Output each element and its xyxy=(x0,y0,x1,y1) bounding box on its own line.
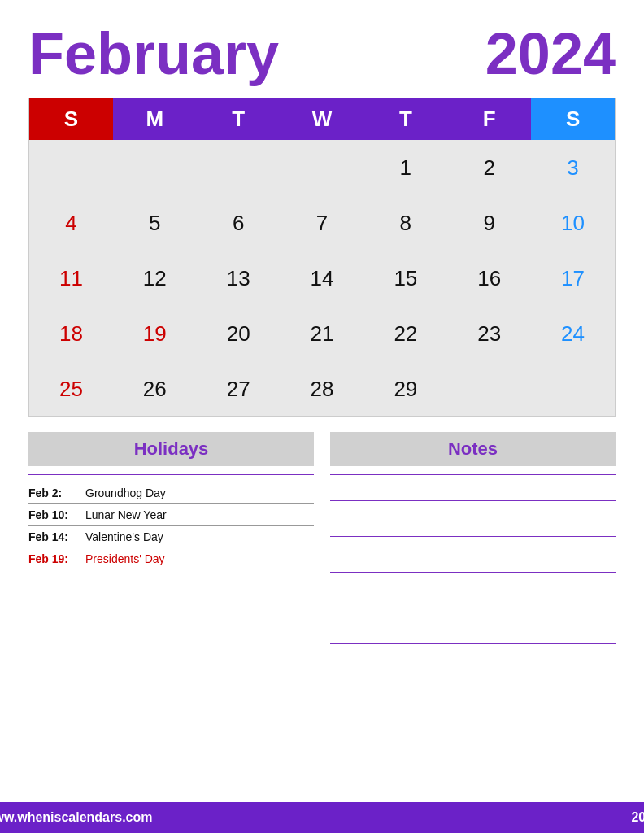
day-cell: 25 xyxy=(29,361,113,416)
holidays-section: Holidays Feb 2:Groundhog DayFeb 10:Lunar… xyxy=(28,432,314,833)
day-cell: 6 xyxy=(197,195,281,251)
year-title: 2024 xyxy=(485,24,616,83)
day-header-sat: S xyxy=(531,98,615,140)
footer-year: 2024 xyxy=(631,810,644,825)
holiday-name: Lunar New Year xyxy=(85,508,167,521)
day-cell: 9 xyxy=(447,195,531,251)
notes-top-divider xyxy=(330,474,616,475)
holiday-name: Valentine's Day xyxy=(85,530,163,543)
holiday-date: Feb 19: xyxy=(28,552,85,565)
day-cell: 8 xyxy=(363,195,447,251)
holiday-entry: Feb 19:Presidents' Day xyxy=(28,547,314,569)
day-cell xyxy=(447,361,531,416)
day-header-tue: T xyxy=(197,98,281,140)
day-headers-row: S M T W T F S xyxy=(29,98,615,140)
footer-url: www.wheniscalendars.com xyxy=(0,810,152,825)
holiday-name: Presidents' Day xyxy=(85,552,165,565)
day-cell: 11 xyxy=(29,251,113,306)
holiday-entry: Feb 10:Lunar New Year xyxy=(28,504,314,526)
day-header-sun: S xyxy=(29,98,113,140)
day-header-mon: M xyxy=(113,98,197,140)
holiday-entry: Feb 14:Valentine's Day xyxy=(28,526,314,547)
holiday-date: Feb 2: xyxy=(28,486,85,499)
holidays-list: Feb 2:Groundhog DayFeb 10:Lunar New Year… xyxy=(28,482,314,569)
day-cell xyxy=(281,140,364,195)
holiday-date: Feb 10: xyxy=(28,508,85,521)
holidays-top-divider xyxy=(28,474,314,475)
day-cell: 27 xyxy=(197,361,281,416)
month-title: February xyxy=(28,24,279,83)
day-header-fri: F xyxy=(447,98,531,140)
note-line xyxy=(330,555,616,573)
note-line xyxy=(330,591,616,608)
day-cell: 21 xyxy=(281,306,364,361)
day-cell xyxy=(197,140,281,195)
day-cell: 23 xyxy=(447,306,531,361)
footer: www.wheniscalendars.com 2024 xyxy=(0,802,644,833)
day-cell: 16 xyxy=(447,251,531,306)
day-cell: 4 xyxy=(29,195,113,251)
day-cell: 2 xyxy=(447,140,531,195)
day-cell: 28 xyxy=(281,361,364,416)
notes-section: Notes xyxy=(330,432,616,833)
day-cell: 18 xyxy=(29,306,113,361)
day-cell: 20 xyxy=(197,306,281,361)
day-cell xyxy=(29,140,113,195)
bottom-section: Holidays Feb 2:Groundhog DayFeb 10:Lunar… xyxy=(28,432,616,833)
day-cell: 3 xyxy=(531,140,615,195)
days-grid: 1234567891011121314151617181920212223242… xyxy=(29,140,615,416)
note-line xyxy=(330,626,616,644)
day-cell: 7 xyxy=(281,195,364,251)
day-header-thu: T xyxy=(363,98,447,140)
day-cell: 12 xyxy=(113,251,197,306)
notes-header: Notes xyxy=(330,432,616,466)
day-cell: 24 xyxy=(531,306,615,361)
calendar-header: February 2024 xyxy=(28,24,616,83)
note-line xyxy=(330,483,616,501)
note-line xyxy=(330,519,616,537)
day-cell: 5 xyxy=(113,195,197,251)
day-cell: 19 xyxy=(113,306,197,361)
holiday-name: Groundhog Day xyxy=(85,486,166,499)
day-header-wed: W xyxy=(281,98,364,140)
day-cell: 22 xyxy=(363,306,447,361)
day-cell: 13 xyxy=(197,251,281,306)
day-cell: 26 xyxy=(113,361,197,416)
day-cell: 29 xyxy=(363,361,447,416)
day-cell: 1 xyxy=(363,140,447,195)
calendar-grid: S M T W T F S 12345678910111213141516171… xyxy=(28,98,616,417)
holiday-date: Feb 14: xyxy=(28,530,85,543)
day-cell xyxy=(531,361,615,416)
holidays-header: Holidays xyxy=(28,432,314,466)
day-cell: 17 xyxy=(531,251,615,306)
holiday-entry: Feb 2:Groundhog Day xyxy=(28,482,314,504)
day-cell: 15 xyxy=(363,251,447,306)
notes-lines xyxy=(330,483,616,644)
day-cell xyxy=(113,140,197,195)
day-cell: 10 xyxy=(531,195,615,251)
day-cell: 14 xyxy=(281,251,364,306)
calendar-page: February 2024 S M T W T F S 123456789101… xyxy=(0,0,644,833)
